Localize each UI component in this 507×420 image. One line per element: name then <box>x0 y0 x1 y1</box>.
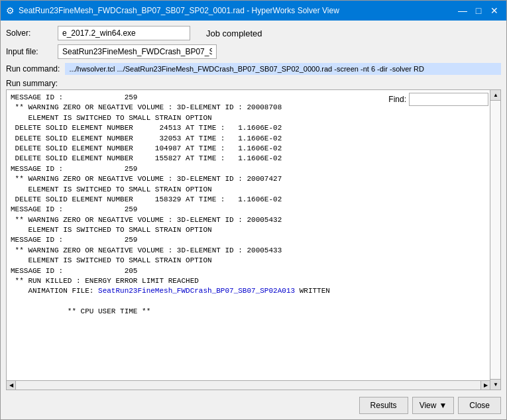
window-title: SeatRun23FineMesh_FWDCrash_BP07_SB07_SP0… <box>19 6 339 15</box>
horizontal-scrollbar[interactable]: ◀ ▶ <box>7 380 490 390</box>
input-file-input[interactable] <box>58 44 217 59</box>
title-bar: ⚙ SeatRun23FineMesh_FWDCrash_BP07_SB07_S… <box>1 1 506 21</box>
find-input[interactable] <box>409 93 488 106</box>
find-label: Find: <box>388 95 406 104</box>
run-command-row: Run command: .../hwsolver.tcl .../SeatRu… <box>6 63 501 75</box>
scroll-right-button[interactable]: ▶ <box>480 381 490 390</box>
view-button[interactable]: View ▼ <box>412 397 455 414</box>
window-close-button[interactable]: ✕ <box>488 4 501 17</box>
vertical-scrollbar[interactable]: ▲ ▼ <box>490 90 500 390</box>
solver-row: Solver: Job completed <box>6 26 501 40</box>
run-command-value: .../hwsolver.tcl .../SeatRun23FineMesh_F… <box>65 63 501 75</box>
run-command-label: Run command: <box>6 64 60 74</box>
title-bar-controls: — □ ✕ <box>456 4 501 17</box>
view-dropdown-icon: ▼ <box>439 401 447 410</box>
content-area: Solver: Job completed Input file: Run co… <box>1 21 506 394</box>
output-container: Find: ▲ ▼ MESSAGE ID : 259 ** WARNING ZE… <box>6 89 501 390</box>
results-button[interactable]: Results <box>359 397 408 414</box>
run-summary-label: Run summary: <box>6 79 501 88</box>
app-icon: ⚙ <box>6 5 15 16</box>
main-window: ⚙ SeatRun23FineMesh_FWDCrash_BP07_SB07_S… <box>0 0 507 420</box>
close-button[interactable]: Close <box>458 397 501 414</box>
title-bar-left: ⚙ SeatRun23FineMesh_FWDCrash_BP07_SB07_S… <box>6 5 339 16</box>
scroll-down-button[interactable]: ▼ <box>490 379 501 390</box>
solver-label: Solver: <box>6 28 52 38</box>
view-label: View <box>420 401 437 410</box>
output-text-area[interactable]: MESSAGE ID : 259 ** WARNING ZERO OR NEGA… <box>7 90 500 390</box>
maximize-button[interactable]: □ <box>472 4 485 17</box>
input-file-label: Input file: <box>6 47 52 56</box>
bottom-bar: Results View ▼ Close <box>1 394 506 419</box>
input-file-row: Input file: <box>6 44 501 59</box>
scroll-left-button[interactable]: ◀ <box>7 381 16 390</box>
find-bar: Find: <box>388 93 488 106</box>
minimize-button[interactable]: — <box>456 4 469 17</box>
scroll-up-button[interactable]: ▲ <box>490 90 501 101</box>
job-completed-status: Job completed <box>206 28 262 38</box>
scroll-track[interactable] <box>490 101 500 379</box>
solver-input[interactable] <box>58 26 190 40</box>
